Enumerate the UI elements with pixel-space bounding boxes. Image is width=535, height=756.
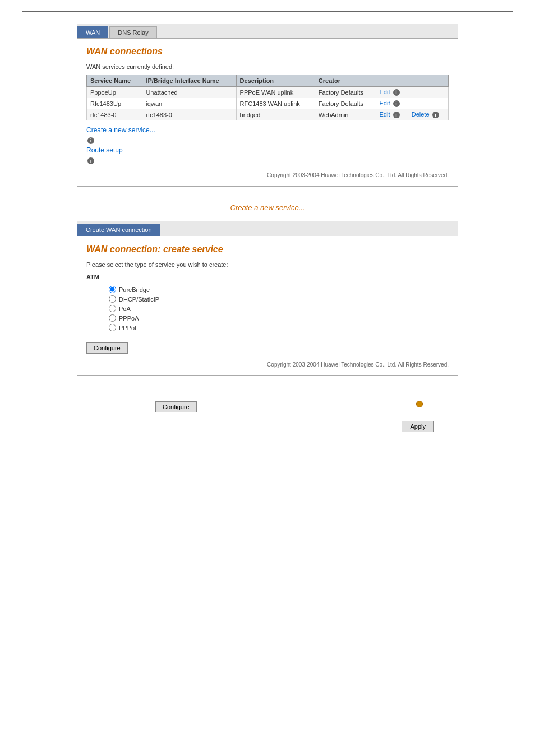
tab-wan[interactable]: WAN [77,26,108,38]
radio-purebridge-input[interactable] [109,286,116,293]
top-divider [22,11,513,12]
col-actions1 [376,75,408,87]
delete-info-icon-row2[interactable]: i [432,112,439,118]
radio-dhcp: DHCP/StaticIP [109,295,449,303]
cell-edit[interactable]: Edit i [376,87,408,98]
panel-tabs: WAN DNS Relay [77,24,458,39]
edit-info-icon-row0[interactable]: i [393,89,400,96]
apply-button[interactable]: Apply [402,421,434,432]
cell-delete [408,87,448,98]
panel2-body: WAN connection: create service Please se… [77,236,458,375]
radio-pppoa-label: PPPoA [119,315,139,322]
edit-info-icon-row2[interactable]: i [393,112,400,118]
bottom-apply-row: Apply [22,421,513,432]
panel1-subtitle: WAN services currently defined: [86,63,449,70]
table-row: Rfc1483Up iqwan RFC1483 WAN uplink Facto… [87,98,449,109]
radio-dhcp-input[interactable] [109,295,116,303]
delete-link-row2[interactable]: Delete [412,111,430,118]
panel1-title: WAN connections [86,47,449,57]
cell-service-name: PppoeUp [87,87,142,98]
radio-pppoe-label: PPPoE [119,324,139,331]
table-row: PppoeUp Unattached PPPoE WAN uplink Fact… [87,87,449,98]
table-row: rfc1483-0 rfc1483-0 bridged WebAdmin Edi… [87,109,449,120]
cell-delete [408,98,448,109]
create-wan-panel: Create WAN connection WAN connection: cr… [77,221,458,376]
route-setup-link-wrap: Route setup i [86,146,449,164]
tab-dns-relay[interactable]: DNS Relay [109,26,156,38]
tab-create-wan[interactable]: Create WAN connection [77,224,160,236]
cell-creator: Factory Defaults [315,98,376,109]
edit-link-row1[interactable]: Edit [380,100,390,106]
col-actions2 [408,75,448,87]
radio-purebridge-label: PureBridge [119,286,150,293]
radio-dhcp-label: DHCP/StaticIP [119,296,159,303]
route-setup-link[interactable]: Route setup [86,146,449,154]
radio-poa: PoA [109,305,449,312]
cell-description: RFC1483 WAN uplink [236,98,315,109]
panel2-subtitle: Please select the type of service you wi… [86,261,449,268]
cell-service-name: Rfc1483Up [87,98,142,109]
radio-poa-input[interactable] [109,305,116,312]
edit-link-row2[interactable]: Edit [380,111,390,118]
panel1-links: Create a new service... i Route setup i [86,126,449,164]
panel2-title: WAN connection: create service [86,244,449,254]
col-service-name: Service Name [87,75,142,87]
col-interface: IP/Bridge Interface Name [142,75,236,87]
cell-service-name: rfc1483-0 [87,109,142,120]
create-service-link[interactable]: Create a new service... [86,126,449,134]
cell-interface: rfc1483-0 [142,109,236,120]
cell-edit[interactable]: Edit i [376,109,408,120]
panel2-copyright: Copyright 2003-2004 Huawei Technologies … [86,361,449,368]
cell-interface: iqwan [142,98,236,109]
col-creator: Creator [315,75,376,87]
radio-pppoe: PPPoE [109,324,449,331]
cell-delete[interactable]: Delete i [408,109,448,120]
bottom-section: Configure Apply [0,404,535,432]
route-setup-info-icon[interactable]: i [87,157,94,164]
edit-info-icon-row1[interactable]: i [393,100,400,107]
wan-connections-panel: WAN DNS Relay WAN connections WAN servic… [77,24,458,187]
radio-pppoe-input[interactable] [109,324,116,331]
panel1-copyright: Copyright 2003-2004 Huawei Technologies … [86,172,449,178]
cell-creator: Factory Defaults [315,87,376,98]
cell-creator: WebAdmin [315,109,376,120]
create-service-link-wrap: Create a new service... i [86,126,449,144]
col-description: Description [236,75,315,87]
create-link-header: Create a new service... [22,203,513,212]
wan-table: Service Name IP/Bridge Interface Name De… [86,75,449,120]
create-service-info-icon[interactable]: i [87,137,94,144]
radio-poa-label: PoA [119,305,131,312]
atm-section: ATM PureBridge DHCP/StaticIP PoA [86,273,449,331]
radio-group: PureBridge DHCP/StaticIP PoA PPPoA [109,286,449,331]
cell-interface: Unattached [142,87,236,98]
cell-edit[interactable]: Edit i [376,98,408,109]
panel1-body: WAN connections WAN services currently d… [77,39,458,186]
bottom-configure-button[interactable]: Configure [155,401,197,412]
radio-pppoa: PPPoA [109,314,449,322]
configure-button[interactable]: Configure [86,342,128,354]
cell-description: bridged [236,109,315,120]
radio-pppoa-input[interactable] [109,314,116,322]
edit-link-row0[interactable]: Edit [380,89,390,95]
panel2-tabs: Create WAN connection [77,221,458,236]
create-new-service-heading-link[interactable]: Create a new service... [230,203,305,212]
orange-status-dot [416,401,423,407]
cell-description: PPPoE WAN uplink [236,87,315,98]
atm-label: ATM [86,273,99,280]
radio-purebirdge: PureBridge [109,286,449,293]
